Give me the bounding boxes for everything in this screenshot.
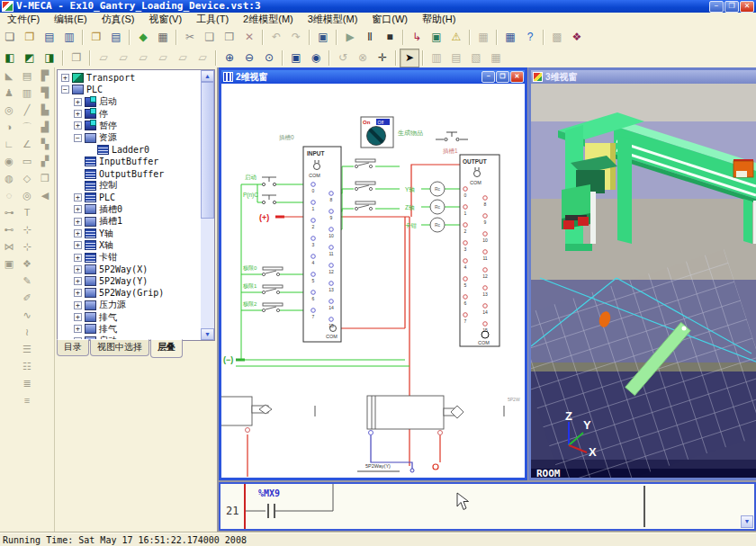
- tree-expand-toggle[interactable]: +: [61, 74, 69, 82]
- terminal[interactable]: [311, 201, 316, 205]
- tree-expand-toggle[interactable]: −: [61, 85, 69, 94]
- terminal[interactable]: [311, 291, 316, 295]
- scroll-thumb[interactable]: [201, 82, 214, 219]
- view-top-button[interactable]: ▱: [133, 49, 153, 67]
- scroll-down-button[interactable]: ▼: [201, 328, 214, 340]
- terminal[interactable]: [464, 295, 468, 300]
- tree-item-InputBuffer[interactable]: InputBuffer: [58, 156, 201, 167]
- layout-single-button[interactable]: ◧: [0, 49, 20, 67]
- tree-item-X轴[interactable]: +X轴: [58, 239, 201, 251]
- terminal[interactable]: [329, 210, 334, 214]
- tile-horizontal-button[interactable]: ▥: [427, 49, 446, 67]
- tree-item-5P2Way(Grip)[interactable]: +5P2Way(Grip): [58, 287, 201, 299]
- text-tool-icon[interactable]: T: [19, 204, 35, 221]
- tree-item-5P2Way(Y)[interactable]: +5P2Way(Y): [58, 275, 201, 287]
- tree-item-插槽0[interactable]: +插槽0: [58, 203, 201, 215]
- terminal[interactable]: [329, 264, 334, 268]
- hint-button[interactable]: ?: [520, 28, 540, 47]
- menu-编辑(E)[interactable]: 编辑(E): [47, 13, 94, 26]
- component-a-tool-icon[interactable]: ⊹: [19, 221, 35, 238]
- close-button[interactable]: ✕: [740, 1, 754, 13]
- redo-button[interactable]: ↷: [286, 28, 306, 47]
- 2d-minimize-button[interactable]: −: [482, 71, 495, 83]
- line-tool-icon[interactable]: ╱: [19, 102, 35, 119]
- tree-item-控制[interactable]: 控制: [58, 180, 201, 192]
- diamond-tool-icon[interactable]: ◇: [19, 170, 35, 187]
- terminal[interactable]: [311, 255, 316, 259]
- view-front-button[interactable]: ▱: [94, 49, 113, 67]
- help-book-button[interactable]: ❖: [567, 28, 587, 47]
- terminal[interactable]: [483, 286, 488, 291]
- menu-仿真(S)[interactable]: 仿真(S): [94, 13, 142, 26]
- view-back-button[interactable]: ▱: [113, 49, 133, 67]
- tree-item-停[interactable]: +停: [58, 108, 201, 120]
- stop-button[interactable]: ■: [380, 28, 400, 47]
- reed-switches[interactable]: [355, 159, 375, 210]
- rung-tool-icon[interactable]: ≣: [19, 375, 35, 392]
- junction-tool-icon[interactable]: ⋈: [1, 238, 17, 255]
- tree-expand-toggle[interactable]: +: [74, 193, 82, 201]
- tree-expand-toggle[interactable]: +: [74, 254, 82, 262]
- tree-item-PLC[interactable]: +PLC: [58, 192, 201, 203]
- tree-expand-toggle[interactable]: +: [74, 277, 82, 285]
- input-block[interactable]: INPUT COM 01234567 89101112131415 COM: [303, 147, 341, 342]
- window-2d-titlebar[interactable]: 2维视窗 − ❐ ✕: [221, 70, 525, 84]
- zoom-window-button[interactable]: ▣: [286, 49, 306, 67]
- model-warning-button[interactable]: ⚠: [446, 28, 466, 47]
- arc-tool-icon[interactable]: ⌒: [19, 119, 35, 136]
- tree-item-Y轴[interactable]: +Y轴: [58, 228, 201, 239]
- disc-tool-icon[interactable]: ◍: [1, 170, 17, 187]
- tree-item-Ladder0[interactable]: Ladder0: [58, 144, 201, 156]
- rail-tool-icon[interactable]: ≡: [19, 392, 35, 409]
- brush-tool-icon[interactable]: ✐: [19, 290, 35, 307]
- menu-工具(T)[interactable]: 工具(T): [189, 13, 236, 26]
- terminal[interactable]: [464, 187, 468, 192]
- 2d-close-button[interactable]: ✕: [510, 71, 524, 83]
- terminal[interactable]: [329, 300, 334, 304]
- view-bottom-button[interactable]: ▱: [153, 49, 173, 67]
- connector-right-icon[interactable]: ⊷: [1, 221, 17, 238]
- tree-item-排气[interactable]: +排气: [58, 323, 201, 335]
- 3d-canvas[interactable]: Z Y X ROOM: [531, 84, 756, 478]
- undo-button[interactable]: ↶: [266, 28, 286, 47]
- delete-button[interactable]: ✕: [239, 28, 259, 47]
- terminal[interactable]: [483, 232, 488, 237]
- tree-expand-toggle[interactable]: +: [74, 241, 82, 249]
- terminal[interactable]: [483, 322, 488, 327]
- rotary-switch[interactable]: On Off: [361, 117, 393, 148]
- zoom-out-button[interactable]: ⊖: [239, 49, 259, 67]
- terminal[interactable]: [311, 309, 316, 313]
- 2d-maximize-button[interactable]: ❐: [496, 71, 509, 83]
- tree-item-Transport[interactable]: +Transport: [58, 72, 201, 84]
- print-button[interactable]: ▦: [153, 28, 173, 47]
- ladder-grid-tool-icon[interactable]: ☷: [19, 358, 35, 375]
- terminal[interactable]: [329, 246, 334, 250]
- block-tool-icon[interactable]: ▣: [1, 255, 17, 273]
- tree-item-PLC[interactable]: −PLC: [58, 84, 201, 95]
- tree-expand-toggle[interactable]: +: [74, 110, 82, 118]
- ladder-scroll-down-button[interactable]: ▼: [741, 515, 753, 528]
- component-b-tool-icon[interactable]: ⊹: [19, 238, 35, 255]
- save-all-button[interactable]: ▥: [59, 28, 79, 47]
- rectangle-tool-icon[interactable]: ▭: [19, 153, 35, 170]
- tree-item-5P2Way(X)[interactable]: +5P2Way(X): [58, 264, 201, 275]
- tree-expand-toggle[interactable]: +: [74, 301, 82, 309]
- menu-3维模型(M)[interactable]: 3维模型(M): [301, 13, 365, 26]
- spin-view-button[interactable]: ⊗: [353, 49, 373, 67]
- cut-button[interactable]: ✂: [180, 28, 200, 47]
- ring-tool-icon[interactable]: ◌: [1, 187, 17, 204]
- tree-expand-toggle[interactable]: +: [74, 98, 82, 106]
- tree-item-启动[interactable]: +启动: [58, 96, 201, 108]
- terminal[interactable]: [464, 241, 468, 246]
- menu-2维模型(M)[interactable]: 2维模型(M): [236, 13, 301, 26]
- tree-expand-toggle[interactable]: +: [74, 325, 82, 333]
- terminal[interactable]: [329, 318, 334, 322]
- curve-b-tool-icon[interactable]: ≀: [19, 324, 35, 341]
- tile-grid-button[interactable]: ▦: [486, 49, 506, 67]
- half-circle-tool-icon[interactable]: ◑: [1, 119, 17, 136]
- terminal[interactable]: [311, 237, 316, 241]
- wire-table-button[interactable]: ▦: [500, 28, 520, 47]
- tree-item-资源[interactable]: −资源: [58, 131, 201, 143]
- tile-cascade-button[interactable]: ▧: [466, 49, 486, 67]
- pencil-tool-icon[interactable]: ✎: [19, 273, 35, 290]
